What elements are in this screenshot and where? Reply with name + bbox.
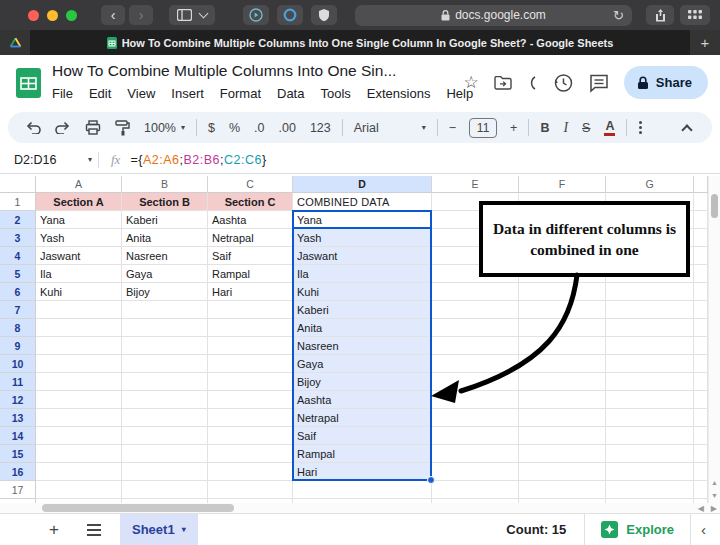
new-tab-button[interactable]: + bbox=[690, 30, 720, 55]
cell-A3[interactable]: Yash bbox=[36, 229, 122, 247]
cell-G15[interactable] bbox=[606, 445, 694, 463]
row-header-9[interactable]: 9 bbox=[0, 337, 36, 355]
cell-D5[interactable]: Ila bbox=[293, 265, 432, 283]
cell-E10[interactable] bbox=[432, 355, 519, 373]
cell-G16[interactable] bbox=[606, 463, 694, 481]
column-header-G[interactable]: G bbox=[606, 176, 694, 193]
cell-B14[interactable] bbox=[122, 427, 208, 445]
more-formats-button[interactable]: 123 bbox=[303, 112, 338, 143]
cell-E15[interactable] bbox=[432, 445, 519, 463]
cell-A8[interactable] bbox=[36, 319, 122, 337]
minimize-window-button[interactable] bbox=[47, 10, 58, 21]
sheet-tab-active[interactable]: Sheet1 ▾ bbox=[120, 514, 198, 545]
cell-A17[interactable] bbox=[36, 481, 122, 499]
cell-D3[interactable]: Yash bbox=[293, 229, 432, 247]
cell-B10[interactable] bbox=[122, 355, 208, 373]
cell-F17[interactable] bbox=[519, 481, 606, 499]
pinned-tab[interactable] bbox=[0, 30, 30, 55]
row-header-7[interactable]: 7 bbox=[0, 301, 36, 319]
cell-E12[interactable] bbox=[432, 391, 519, 409]
cell-C5[interactable]: Rampal bbox=[208, 265, 293, 283]
cell-A10[interactable] bbox=[36, 355, 122, 373]
cell-B1[interactable]: Section B bbox=[122, 193, 208, 211]
row-header-1[interactable]: 1 bbox=[0, 193, 36, 211]
cell-B15[interactable] bbox=[122, 445, 208, 463]
paint-format-button[interactable] bbox=[108, 112, 137, 143]
row-header-11[interactable]: 11 bbox=[0, 373, 36, 391]
cell-A11[interactable] bbox=[36, 373, 122, 391]
menu-item-extensions[interactable]: Extensions bbox=[367, 86, 431, 101]
cell-C12[interactable] bbox=[208, 391, 293, 409]
cell-D6[interactable]: Kuhi bbox=[293, 283, 432, 301]
name-box[interactable]: D2:D16 ▾ bbox=[0, 153, 92, 167]
increase-decimal-button[interactable]: .00 bbox=[272, 112, 303, 143]
document-title[interactable]: How To Combine Multiple Columns Into One… bbox=[52, 62, 396, 80]
format-currency-button[interactable]: $ bbox=[201, 112, 222, 143]
row-header-13[interactable]: 13 bbox=[0, 409, 36, 427]
add-sheet-button[interactable]: + bbox=[42, 520, 66, 540]
cell-F7[interactable] bbox=[519, 301, 606, 319]
cell-G10[interactable] bbox=[606, 355, 694, 373]
cell-C4[interactable]: Saif bbox=[208, 247, 293, 265]
more-options-icon[interactable] bbox=[631, 121, 650, 134]
cell-B12[interactable] bbox=[122, 391, 208, 409]
cell-C7[interactable] bbox=[208, 301, 293, 319]
extension-circle-button[interactable] bbox=[277, 5, 303, 25]
cell-D4[interactable]: Jaswant bbox=[293, 247, 432, 265]
cell-B3[interactable]: Anita bbox=[122, 229, 208, 247]
cell-G11[interactable] bbox=[606, 373, 694, 391]
menu-item-view[interactable]: View bbox=[127, 86, 155, 101]
active-tab[interactable]: How To Combine Multiple Columns Into One… bbox=[30, 37, 690, 49]
cell-D13[interactable]: Netrapal bbox=[293, 409, 432, 427]
cell-C11[interactable] bbox=[208, 373, 293, 391]
font-size-input[interactable]: 11 bbox=[469, 118, 497, 138]
cell-A6[interactable]: Kuhi bbox=[36, 283, 122, 301]
cell-F16[interactable] bbox=[519, 463, 606, 481]
select-all-corner[interactable] bbox=[0, 176, 36, 193]
cell-F14[interactable] bbox=[519, 427, 606, 445]
back-button[interactable]: ‹ bbox=[101, 5, 125, 25]
cell-D12[interactable]: Aashta bbox=[293, 391, 432, 409]
horizontal-scrollbar[interactable]: ◀▶ bbox=[0, 503, 720, 513]
cell-D7[interactable]: Kaberi bbox=[293, 301, 432, 319]
scroll-left-icon[interactable]: ◀ bbox=[698, 504, 704, 513]
count-summary[interactable]: Count: 15 bbox=[506, 522, 566, 537]
bold-button[interactable]: B bbox=[533, 112, 556, 143]
zoom-window-button[interactable] bbox=[66, 10, 77, 21]
row-header-5[interactable]: 5 bbox=[0, 265, 36, 283]
cell-C10[interactable] bbox=[208, 355, 293, 373]
cell-E11[interactable] bbox=[432, 373, 519, 391]
cell-A2[interactable]: Yana bbox=[36, 211, 122, 229]
row-header-3[interactable]: 3 bbox=[0, 229, 36, 247]
font-family-select[interactable]: Arial ▾ bbox=[347, 112, 433, 143]
cell-G9[interactable] bbox=[606, 337, 694, 355]
cell-F13[interactable] bbox=[519, 409, 606, 427]
cell-E16[interactable] bbox=[432, 463, 519, 481]
scroll-down-icon[interactable]: ▼ bbox=[711, 492, 718, 499]
row-header-12[interactable]: 12 bbox=[0, 391, 36, 409]
extension-shield-button[interactable] bbox=[311, 5, 337, 25]
cell-D2[interactable]: Yana bbox=[293, 211, 432, 229]
decrease-decimal-button[interactable]: .0 bbox=[247, 112, 271, 143]
undo-button[interactable] bbox=[18, 112, 48, 143]
cell-A16[interactable] bbox=[36, 463, 122, 481]
row-header-17[interactable]: 17 bbox=[0, 481, 36, 499]
cell-C15[interactable] bbox=[208, 445, 293, 463]
row-header-4[interactable]: 4 bbox=[0, 247, 36, 265]
cell-B16[interactable] bbox=[122, 463, 208, 481]
cell-F9[interactable] bbox=[519, 337, 606, 355]
cell-B9[interactable] bbox=[122, 337, 208, 355]
cell-G13[interactable] bbox=[606, 409, 694, 427]
cell-E13[interactable] bbox=[432, 409, 519, 427]
cell-C16[interactable] bbox=[208, 463, 293, 481]
cell-A9[interactable] bbox=[36, 337, 122, 355]
sheets-home-button[interactable] bbox=[15, 66, 42, 104]
cell-A15[interactable] bbox=[36, 445, 122, 463]
menu-item-edit[interactable]: Edit bbox=[89, 86, 111, 101]
cell-F8[interactable] bbox=[519, 319, 606, 337]
strikethrough-button[interactable]: S bbox=[575, 112, 597, 143]
cell-D14[interactable]: Saif bbox=[293, 427, 432, 445]
cell-B6[interactable]: Bijoy bbox=[122, 283, 208, 301]
scroll-right-icon[interactable]: ▶ bbox=[711, 504, 717, 513]
cell-B2[interactable]: Kaberi bbox=[122, 211, 208, 229]
